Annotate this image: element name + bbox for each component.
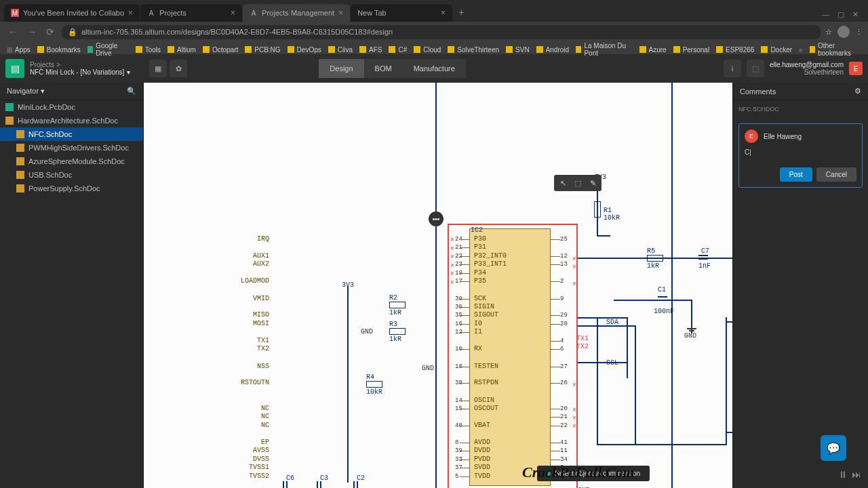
bookmark-item[interactable]: Altium: [167, 46, 196, 54]
resistor[interactable]: [594, 201, 601, 218]
bookmark-item[interactable]: Ciiva: [328, 46, 353, 54]
mail-icon: M: [11, 9, 19, 17]
bookmark-item[interactable]: DevOps: [288, 46, 321, 54]
wire: [726, 321, 732, 323]
other-bookmarks[interactable]: Other bookmarks: [810, 42, 861, 57]
info-button[interactable]: i: [724, 60, 741, 77]
share-button[interactable]: ⬚: [747, 60, 764, 77]
bookmark-item[interactable]: Cloud: [414, 46, 441, 54]
maximize-icon[interactable]: ▢: [837, 10, 844, 19]
tree-item[interactable]: NFC.SchDoc: [0, 127, 143, 141]
user-avatar[interactable]: E: [849, 62, 863, 75]
settings-button[interactable]: ✿: [170, 60, 187, 77]
search-icon[interactable]: 🔍: [127, 87, 136, 96]
tree-item[interactable]: MiniLock.PcbDoc: [0, 100, 143, 114]
browser-tab[interactable]: New Tab×: [351, 4, 452, 22]
resistor[interactable]: [389, 302, 406, 308]
bookmark-item[interactable]: Docker: [761, 46, 792, 54]
bookmark-item[interactable]: La Maison Du Pont: [576, 42, 632, 57]
post-button[interactable]: Post: [780, 167, 812, 182]
wire: [671, 83, 673, 488]
comment-composer: E Elle Haweng C| Post Cancel: [738, 123, 863, 188]
gear-icon[interactable]: ⚙: [854, 87, 861, 96]
cancel-button[interactable]: Cancel: [816, 167, 856, 182]
lock-icon: 🔒: [68, 28, 77, 37]
altium-icon: A: [250, 9, 258, 17]
watermark-text: CrackPcFull.Com: [522, 464, 635, 481]
doc-icon: [16, 130, 24, 138]
doc-icon: [16, 171, 24, 179]
context-menu-button[interactable]: •••: [429, 211, 443, 226]
close-icon[interactable]: ×: [231, 8, 235, 18]
tree-item[interactable]: HardwareArchitecture.SchDoc: [0, 114, 143, 127]
user-org: Solvethirteen: [770, 68, 844, 76]
reload-button[interactable]: ⟳: [43, 25, 57, 39]
cursor-tool[interactable]: ↖: [555, 176, 570, 190]
net-scl: SCL: [606, 359, 618, 367]
tree-item[interactable]: USB.SchDoc: [0, 168, 143, 182]
measure-tool[interactable]: ✎: [585, 176, 600, 190]
wire: [347, 286, 349, 483]
tab-design[interactable]: Design: [319, 59, 363, 78]
bookmark-item[interactable]: Android: [536, 46, 569, 54]
ic-ref: IC2: [471, 226, 483, 234]
wire: [578, 317, 627, 319]
tab-manufacture[interactable]: Manufacture: [403, 59, 466, 78]
net-sda: SDA: [606, 319, 618, 326]
floating-toolbar: ↖ ⬚ ✎: [554, 175, 601, 191]
browser-tab[interactable]: AProjects×: [140, 4, 242, 22]
net-3v3: 3V3: [342, 281, 354, 289]
resistor[interactable]: [389, 328, 406, 335]
navigator-title[interactable]: Navigator ▾: [7, 87, 45, 96]
close-window-icon[interactable]: ✕: [852, 10, 859, 19]
tree-item[interactable]: PowerSupply.SchDoc: [0, 182, 143, 195]
star-icon[interactable]: ☆: [825, 28, 832, 37]
gnd-symbol: [687, 328, 696, 333]
bookmark-item[interactable]: SolveThirteen: [448, 46, 499, 54]
skip-icon[interactable]: ⏭: [852, 469, 861, 480]
forward-button[interactable]: →: [24, 25, 39, 39]
comment-input[interactable]: C|: [745, 148, 856, 161]
tree-item[interactable]: PWMHighSideDrivers.SchDoc: [0, 141, 143, 155]
app-header: ▤ Projects > NFC Mini Lock - [No Variati…: [0, 54, 868, 83]
resistor[interactable]: [366, 381, 382, 388]
browser-tab-active[interactable]: AProjects Management×: [243, 4, 350, 22]
pause-icon[interactable]: ⏸: [838, 469, 848, 480]
back-button[interactable]: ←: [5, 25, 20, 39]
bookmark-item[interactable]: Google Drive: [87, 42, 129, 57]
bookmark-item[interactable]: C#: [389, 46, 407, 54]
bookmark-item[interactable]: Azure: [639, 46, 667, 54]
tree-item[interactable]: AzureSphereModule.SchDoc: [0, 155, 143, 168]
select-tool[interactable]: ⬚: [570, 176, 585, 190]
close-icon[interactable]: ×: [128, 8, 133, 18]
chat-button[interactable]: 💬: [821, 435, 846, 461]
profile-avatar[interactable]: [837, 26, 850, 38]
comment-author: Elle Haweng: [764, 133, 802, 140]
close-icon[interactable]: ×: [338, 8, 343, 18]
browser-tab[interactable]: MYou've Been Invited to Collabo×: [4, 4, 140, 22]
bookmark-item[interactable]: SVN: [506, 46, 530, 54]
resistor[interactable]: [647, 255, 663, 262]
schematic-canvas[interactable]: IC2 PN5321A3HN/C106;55 24P3021P3122P32_I…: [144, 83, 732, 488]
bookmark-item[interactable]: ESP8266: [716, 46, 754, 54]
menu-icon[interactable]: ⋮: [855, 28, 863, 37]
apps-button[interactable]: ⊞ Apps: [7, 46, 31, 54]
tab-bom[interactable]: BOM: [364, 59, 403, 78]
bookmark-item[interactable]: Bookmarks: [37, 46, 81, 54]
avatar: E: [745, 129, 758, 143]
bookmark-item[interactable]: PCB:NG: [245, 46, 280, 54]
bookmark-item[interactable]: Tools: [136, 46, 161, 54]
project-title[interactable]: NFC Mini Lock - [No Variations]: [30, 68, 124, 76]
layers-button[interactable]: ▦: [149, 60, 167, 77]
minimize-icon[interactable]: —: [822, 10, 829, 19]
bookmark-item[interactable]: AFS: [359, 46, 382, 54]
bookmark-item[interactable]: Personal: [673, 46, 709, 54]
bookmark-item[interactable]: Octopart: [203, 46, 238, 54]
url-input[interactable]: 🔒altium-inc-705.365.altium.com/designs/B…: [61, 25, 821, 39]
chevron-down-icon[interactable]: ▾: [127, 68, 130, 76]
close-icon[interactable]: ×: [441, 8, 446, 18]
add-tab-button[interactable]: +: [453, 3, 469, 22]
breadcrumb[interactable]: Projects >: [30, 61, 130, 68]
wire: [435, 83, 437, 488]
wire: [614, 300, 692, 301]
